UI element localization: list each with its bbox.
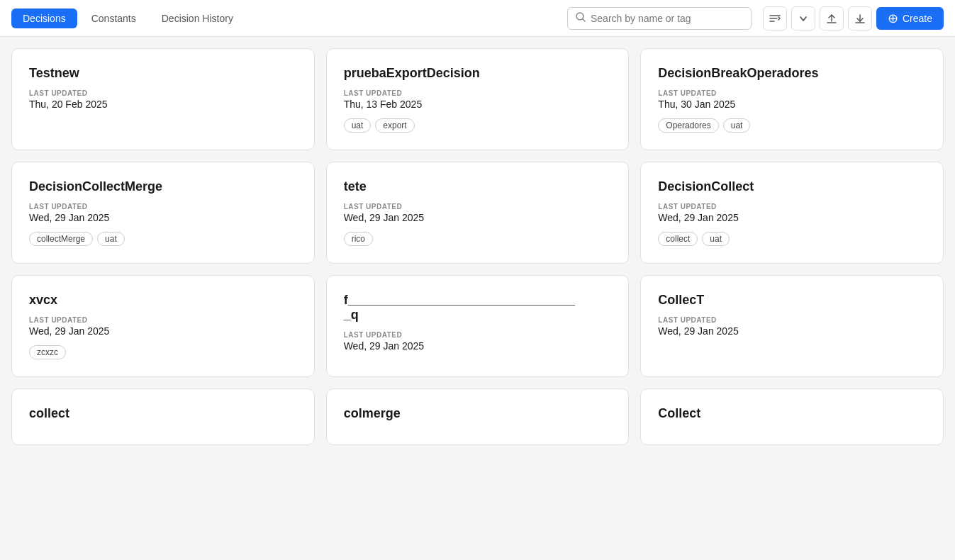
tab-decisions[interactable]: Decisions xyxy=(11,9,77,28)
header: Decisions Constants Decision History xyxy=(0,0,955,37)
card-tag: Operadores xyxy=(658,118,718,133)
card-tag: uat xyxy=(344,118,372,133)
card-title: DecisionCollect xyxy=(658,179,926,194)
upload-icon-button[interactable] xyxy=(820,6,844,30)
decision-card[interactable]: TestnewLAST UPDATEDThu, 20 Feb 2025 xyxy=(11,48,315,150)
create-label: Create xyxy=(903,13,932,24)
decision-card[interactable]: colmerge xyxy=(326,388,630,445)
card-meta: LAST UPDATEDWed, 29 Jan 2025 xyxy=(29,316,297,337)
card-title: DecisionCollectMerge xyxy=(29,179,297,194)
card-last-updated-value: Wed, 29 Jan 2025 xyxy=(29,212,297,223)
card-last-updated-label: LAST UPDATED xyxy=(29,316,297,324)
tab-constants[interactable]: Constants xyxy=(80,9,147,28)
decision-card[interactable]: CollecTLAST UPDATEDWed, 29 Jan 2025 xyxy=(640,275,944,377)
card-last-updated-value: Wed, 29 Jan 2025 xyxy=(344,212,612,223)
card-last-updated-label: LAST UPDATED xyxy=(658,203,926,211)
nav-tabs: Decisions Constants Decision History xyxy=(11,9,245,28)
card-tags: collectuat xyxy=(658,232,926,246)
create-plus-icon: ⊕ xyxy=(888,12,898,25)
decision-card[interactable]: collect xyxy=(11,388,315,445)
card-tags: zcxzc xyxy=(29,345,297,359)
card-last-updated-value: Thu, 20 Feb 2025 xyxy=(29,99,297,110)
download-icon-button[interactable] xyxy=(848,6,872,30)
card-last-updated-label: LAST UPDATED xyxy=(344,203,612,211)
card-tag: zcxzc xyxy=(29,345,66,359)
card-tag: collect xyxy=(658,232,698,246)
decision-card[interactable]: DecisionCollectMergeLAST UPDATEDWed, 29 … xyxy=(11,162,315,264)
card-tags: rico xyxy=(344,232,612,246)
card-last-updated-label: LAST UPDATED xyxy=(658,89,926,97)
card-tag: collectMerge xyxy=(29,232,93,246)
sort-icon-button[interactable] xyxy=(763,6,787,30)
create-button[interactable]: ⊕ Create xyxy=(876,7,944,30)
card-title: Testnew xyxy=(29,66,297,81)
card-tags: uatexport xyxy=(344,118,612,133)
card-title: colmerge xyxy=(344,406,612,421)
card-last-updated-label: LAST UPDATED xyxy=(344,331,612,339)
card-tags: Operadoresuat xyxy=(658,118,926,133)
card-tag: rico xyxy=(344,232,373,246)
card-meta: LAST UPDATEDThu, 30 Jan 2025 xyxy=(658,89,926,110)
decision-card[interactable]: xvcxLAST UPDATEDWed, 29 Jan 2025zcxzc xyxy=(11,275,315,377)
card-tag: uat xyxy=(723,118,751,133)
card-meta: LAST UPDATEDWed, 29 Jan 2025 xyxy=(658,316,926,337)
card-tag: export xyxy=(375,118,414,133)
decision-card[interactable]: DecisionCollectLAST UPDATEDWed, 29 Jan 2… xyxy=(640,162,944,264)
tab-decision-history[interactable]: Decision History xyxy=(150,9,245,28)
card-title: pruebaExportDecision xyxy=(344,66,612,81)
search-box xyxy=(567,7,752,30)
card-last-updated-value: Wed, 29 Jan 2025 xyxy=(658,325,926,337)
card-title: tete xyxy=(344,179,612,194)
card-title: DecisionBreakOperadores xyxy=(658,66,926,81)
decision-card[interactable]: pruebaExportDecisionLAST UPDATEDThu, 13 … xyxy=(326,48,630,150)
card-tag: uat xyxy=(97,232,125,246)
card-meta: LAST UPDATEDThu, 13 Feb 2025 xyxy=(344,89,612,110)
card-last-updated-value: Wed, 29 Jan 2025 xyxy=(344,340,612,352)
card-meta: LAST UPDATEDThu, 20 Feb 2025 xyxy=(29,89,297,110)
card-last-updated-value: Wed, 29 Jan 2025 xyxy=(29,325,297,337)
card-last-updated-value: Thu, 13 Feb 2025 xyxy=(344,99,612,110)
card-tags: collectMergeuat xyxy=(29,232,297,246)
card-title: xvcx xyxy=(29,293,297,308)
decision-card[interactable]: Collect xyxy=(640,388,944,445)
card-meta: LAST UPDATEDWed, 29 Jan 2025 xyxy=(344,331,612,352)
search-input[interactable] xyxy=(591,13,744,24)
decision-card[interactable]: DecisionBreakOperadoresLAST UPDATEDThu, … xyxy=(640,48,944,150)
search-icon xyxy=(575,11,586,26)
card-meta: LAST UPDATEDWed, 29 Jan 2025 xyxy=(658,203,926,223)
card-last-updated-label: LAST UPDATED xyxy=(344,89,612,97)
card-last-updated-value: Thu, 30 Jan 2025 xyxy=(658,99,926,110)
card-title: CollecT xyxy=(658,293,926,308)
svg-line-1 xyxy=(582,18,585,21)
card-meta: LAST UPDATEDWed, 29 Jan 2025 xyxy=(29,203,297,223)
dropdown-icon-button[interactable] xyxy=(791,6,815,30)
header-actions: ⊕ Create xyxy=(763,6,944,30)
card-title: Collect xyxy=(658,406,926,421)
card-title: f________________________________ _q xyxy=(344,293,612,323)
card-last-updated-label: LAST UPDATED xyxy=(658,316,926,324)
decision-card[interactable]: f________________________________ _qLAST… xyxy=(326,275,630,377)
card-last-updated-label: LAST UPDATED xyxy=(29,203,297,211)
decisions-grid-container: TestnewLAST UPDATEDThu, 20 Feb 2025prueb… xyxy=(0,37,955,457)
card-last-updated-value: Wed, 29 Jan 2025 xyxy=(658,212,926,223)
decision-card[interactable]: teteLAST UPDATEDWed, 29 Jan 2025rico xyxy=(326,162,630,264)
decisions-grid: TestnewLAST UPDATEDThu, 20 Feb 2025prueb… xyxy=(0,37,955,457)
card-title: collect xyxy=(29,406,297,421)
card-tag: uat xyxy=(702,232,730,246)
card-last-updated-label: LAST UPDATED xyxy=(29,89,297,97)
card-meta: LAST UPDATEDWed, 29 Jan 2025 xyxy=(344,203,612,223)
